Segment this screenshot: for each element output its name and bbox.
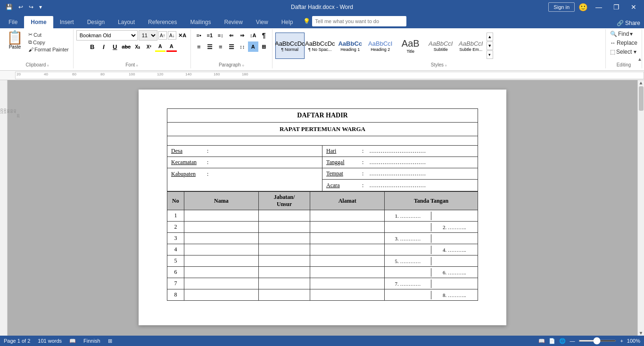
cut-button[interactable]: ✂ Cut — [27, 31, 70, 38]
align-center-button[interactable]: ☰ — [205, 41, 215, 52]
scroll-thumb[interactable] — [639, 86, 644, 111]
tab-view[interactable]: View — [249, 16, 275, 28]
increase-indent-button[interactable]: ⇒ — [237, 30, 248, 41]
justify-button[interactable]: ☰ — [226, 41, 237, 52]
proofing-icon: 📖 — [69, 338, 76, 344]
title-bar-right: Sign in 🙂 — ❐ ✕ — [548, 2, 640, 12]
tab-help[interactable]: Help — [275, 16, 300, 28]
tab-insert[interactable]: Insert — [53, 16, 81, 28]
style-gallery: AaBbCcDc ¶ Normal AaBbCcDc ¶ No Spac... … — [275, 33, 486, 59]
bullets-button[interactable]: ≡• — [194, 30, 204, 41]
clipboard-expand-icon[interactable]: ⬦ — [47, 63, 49, 67]
style-scroll-down-button[interactable]: ▼ — [487, 41, 493, 50]
scroll-up-button[interactable]: ▲ — [639, 80, 644, 85]
subscript-button[interactable]: X₂ — [132, 41, 143, 52]
copy-button[interactable]: ⧉ Copy — [27, 39, 70, 46]
style-no-spacing-label: ¶ No Spac... — [308, 47, 331, 52]
sort-button[interactable]: ↕A — [248, 30, 258, 41]
style-subtle-em[interactable]: AaBbCcI Subtle Em... — [456, 33, 486, 59]
format-painter-button[interactable]: 🖌 Format Painter — [27, 46, 70, 53]
superscript-button[interactable]: X² — [144, 41, 154, 52]
table-header-row: No Nama Jabatan/Unsur Alamat Tanda Tanga… — [167, 192, 478, 210]
web-layout-button[interactable]: 🌐 — [559, 338, 566, 344]
save-button[interactable]: 💾 — [4, 3, 15, 11]
styles-expand-icon[interactable]: ⬦ — [445, 63, 447, 67]
strikethrough-button[interactable]: abc — [121, 41, 132, 52]
zoom-out-icon: — — [570, 338, 575, 344]
smiley-icon: 🙂 — [578, 3, 588, 12]
italic-button[interactable]: I — [99, 41, 109, 52]
bold-button[interactable]: B — [87, 41, 98, 52]
multilevel-list-button[interactable]: ≡↕ — [215, 30, 226, 41]
numbering-button[interactable]: ≡1 — [205, 30, 215, 41]
find-button[interactable]: 🔍 Find ▾ — [609, 30, 634, 38]
grow-font-button[interactable]: A↑ — [158, 31, 167, 40]
customize-quick-access-button[interactable]: ▾ — [37, 3, 44, 11]
tab-design[interactable]: Design — [81, 16, 111, 28]
text-highlight-button[interactable]: A — [155, 41, 165, 52]
clear-format-button[interactable]: ✕A — [177, 30, 188, 41]
styles-group-content: AaBbCcDc ¶ Normal AaBbCcDc ¶ No Spac... … — [275, 30, 603, 61]
align-left-button[interactable]: ≡ — [194, 41, 204, 52]
undo-button[interactable]: ↩ — [17, 3, 25, 11]
font-group: Bookman Old 11 A↑ A↓ ✕A B I U abc X₂ X² … — [74, 29, 191, 68]
vertical-scrollbar[interactable]: ▲ ▼ — [637, 80, 644, 336]
shading-button[interactable]: A — [248, 41, 258, 52]
font-size-select[interactable]: 11 — [139, 30, 157, 41]
tell-me-input[interactable] — [312, 16, 406, 26]
tanda-left — [385, 223, 431, 231]
style-scroll-up-button[interactable]: ▲ — [487, 33, 493, 41]
redo-button[interactable]: ↪ — [27, 3, 35, 11]
shrink-font-button[interactable]: A↓ — [168, 31, 176, 40]
style-no-spacing[interactable]: AaBbCcDc ¶ No Spac... — [305, 33, 335, 59]
font-color-button[interactable]: A — [166, 41, 177, 52]
line-spacing-button[interactable]: ↕↕ — [237, 41, 248, 52]
cell-nama — [184, 210, 258, 222]
style-normal[interactable]: AaBbCcDc ¶ Normal — [275, 33, 305, 59]
cell-nama — [184, 222, 258, 233]
tempat-value: ………………………… — [365, 169, 478, 179]
close-button[interactable]: ✕ — [627, 2, 640, 12]
style-subtitle[interactable]: AaBbCcI Subtitle — [426, 33, 455, 59]
tab-layout[interactable]: Layout — [111, 16, 141, 28]
print-layout-button[interactable]: 📄 — [549, 338, 555, 344]
paragraph-expand-icon[interactable]: ⬦ — [242, 63, 244, 67]
select-button[interactable]: ⬚ Select ▾ — [609, 48, 638, 56]
show-marks-button[interactable]: ¶ — [259, 30, 269, 41]
cell-jabatan — [258, 233, 310, 244]
decrease-indent-button[interactable]: ⇐ — [226, 30, 237, 41]
tab-mailings[interactable]: Mailings — [183, 16, 217, 28]
tab-references[interactable]: References — [141, 16, 183, 28]
restore-button[interactable]: ❐ — [610, 2, 623, 12]
paste-button[interactable]: 📋 Paste — [5, 30, 25, 50]
underline-button[interactable]: U — [110, 41, 120, 52]
tab-file[interactable]: File — [2, 16, 24, 28]
read-mode-button[interactable]: 📖 — [538, 338, 545, 344]
borders-button[interactable]: ⊞ — [259, 41, 269, 52]
th-alamat: Alamat — [310, 192, 385, 210]
tab-home[interactable]: Home — [24, 16, 53, 28]
sign-in-button[interactable]: Sign in — [548, 2, 575, 12]
style-title[interactable]: AaB Title — [396, 33, 425, 59]
cell-alamat — [310, 233, 385, 244]
zoom-slider[interactable] — [578, 340, 616, 342]
replace-button[interactable]: ↔ Replace — [609, 39, 639, 47]
font-expand-icon[interactable]: ⬦ — [136, 63, 138, 67]
cell-jabatan — [258, 222, 310, 233]
clipboard-label: Clipboard ⬦ — [25, 61, 49, 67]
styles-group: AaBbCcDc ¶ Normal AaBbCcDc ¶ No Spac... … — [272, 29, 606, 68]
window-title: Daftar Hadir.docx - Word — [291, 4, 353, 10]
tab-review[interactable]: Review — [217, 16, 249, 28]
minimize-button[interactable]: — — [592, 2, 606, 12]
share-button[interactable]: 🔗 Share — [617, 20, 640, 26]
style-more-button[interactable]: ▾ — [487, 50, 493, 59]
document-scroll-area[interactable]: DAFTAR HADIR RAPAT PERTEMUAN WARGA Desa … — [8, 80, 637, 336]
font-name-select[interactable]: Bookman Old — [76, 30, 138, 41]
table-row: 3 3. ………… — [167, 233, 478, 244]
style-heading2[interactable]: AaBbCcI Heading 2 — [366, 33, 395, 59]
style-heading1[interactable]: AaBbCc Heading 1 — [336, 33, 365, 59]
align-right-button[interactable]: ≡ — [215, 41, 226, 52]
collapse-ribbon-button[interactable]: ▲ — [637, 57, 642, 62]
cell-alamat — [310, 278, 385, 289]
scroll-down-button[interactable]: ▼ — [639, 330, 644, 336]
